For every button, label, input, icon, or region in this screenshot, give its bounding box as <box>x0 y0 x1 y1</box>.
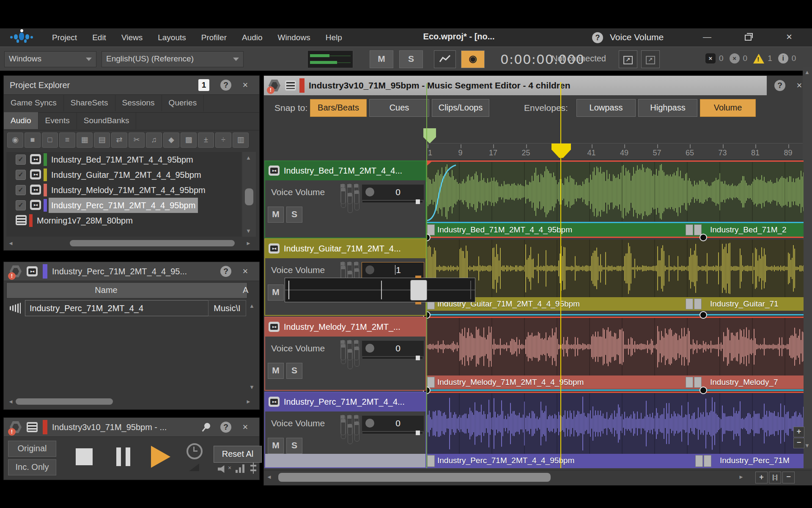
clip-handle[interactable] <box>427 377 435 388</box>
envelope-line-volume[interactable] <box>426 389 804 391</box>
voice-icon[interactable]: ◆ <box>163 133 179 148</box>
track-mute-button[interactable]: M <box>268 438 284 454</box>
track-row[interactable]: Industry_Perc_71M_2MT_4_4 Music\I <box>6 299 247 318</box>
snap-clips-loops-button[interactable]: Clips/Loops <box>432 99 489 117</box>
segment-editor-header[interactable]: ! Industry3v10_71M_95bpm - Music Segment… <box>264 76 767 95</box>
track-solo-button[interactable]: S <box>286 363 302 379</box>
help-icon[interactable]: ? <box>220 422 231 433</box>
tab-audio[interactable]: Audio <box>4 112 38 129</box>
track-header[interactable]: ▸◂ Industry_Bed_71M_2MT_4_4... Voice Vol… <box>264 160 426 238</box>
clip-label-bar[interactable]: Industry_Bed_71M_2MT_4_4_95bpm Industry_… <box>426 223 804 237</box>
clip-label-bar[interactable]: Industry_Perc_71M_2MT_4_4_95bpm Industry… <box>426 454 804 468</box>
clip-label-bar[interactable]: Industry_Guitar_71M_2MT_4_4_95bpm Indust… <box>426 297 804 311</box>
clip-name[interactable]: Industry_Guitar_71 <box>710 297 802 311</box>
tab-queries[interactable]: Queries <box>162 94 204 111</box>
include-only-button[interactable]: Inc. Only <box>8 459 56 475</box>
switch-container-icon[interactable]: ⇄ <box>111 133 127 148</box>
envelope-line-red[interactable] <box>426 317 804 318</box>
context-help-icon[interactable]: ? <box>592 32 603 43</box>
rtpc-knob-icon[interactable] <box>365 419 374 428</box>
signal-bars-icon[interactable] <box>236 464 246 473</box>
scroll-down-icon[interactable]: ▼ <box>249 384 255 390</box>
tree-hscrollbar[interactable]: ◄ ► <box>6 238 256 248</box>
restore-button[interactable] <box>739 31 756 43</box>
contents-editor-header[interactable]: ! ▸◂ Industry_Perc_71M_2MT_4_4_95... ? × <box>4 262 259 281</box>
playhead-line[interactable] <box>560 82 561 468</box>
snap-bars-beats-button[interactable]: Bars/Beats <box>310 99 367 117</box>
track-mute-button[interactable]: M <box>268 363 284 379</box>
tree-checkbox[interactable]: ✓ <box>16 200 26 210</box>
scroll-left-icon[interactable]: ◄ <box>8 240 14 246</box>
envelope-volume-button[interactable]: Volume <box>700 99 756 117</box>
envelope-node[interactable] <box>700 387 707 394</box>
track-name-field[interactable]: Industry_Perc_71M_2MT_4_4 <box>25 300 209 316</box>
rtpc-knob-icon[interactable] <box>365 344 374 353</box>
voice-volume-field[interactable]: 0 <box>362 184 424 200</box>
voice-volume-mini-handle[interactable] <box>416 431 420 435</box>
track-wave-region[interactable] <box>426 240 804 297</box>
menu-windows[interactable]: Windows <box>270 29 318 46</box>
zoom-in-vertical-button[interactable]: + <box>793 427 804 437</box>
clip-handle[interactable] <box>686 377 693 388</box>
hscroll-thumb[interactable] <box>70 240 235 246</box>
play-delayed-icon[interactable] <box>187 443 203 459</box>
envelope-line-red[interactable] <box>426 237 804 238</box>
zoom-fit-button[interactable]: |:| <box>769 472 781 483</box>
table-icon[interactable]: ▥ <box>233 133 249 148</box>
zoom-out-button[interactable]: − <box>782 472 795 483</box>
track-wave-region[interactable] <box>426 393 804 454</box>
clip-handle[interactable] <box>704 455 711 467</box>
clip-name[interactable]: Industry_Melody_7 <box>710 375 802 389</box>
bus-icon[interactable]: ▩ <box>181 133 197 148</box>
track-path-field[interactable]: Music\I <box>208 300 246 316</box>
track-solo-button[interactable]: S <box>286 207 302 223</box>
clip-handle[interactable] <box>686 298 693 309</box>
master-mute-button[interactable]: M <box>370 50 393 68</box>
tree-item[interactable]: ✓▸◂ Industry_Melody_71M_2MT_4_4_95bpm <box>6 182 241 198</box>
entry-cue-marker[interactable] <box>423 128 436 144</box>
envelope-node[interactable] <box>700 311 707 319</box>
track-wave-region[interactable] <box>426 162 804 221</box>
follow-capture-button[interactable]: ↗ <box>619 50 637 68</box>
name-column-header[interactable]: Name <box>7 283 206 297</box>
stop-button[interactable] <box>76 448 93 465</box>
grid-icon[interactable]: ▦ <box>77 133 93 148</box>
envelope-highpass-button[interactable]: Highpass <box>638 99 697 117</box>
track-mute-button[interactable]: M <box>268 284 284 301</box>
track-wave-region[interactable] <box>426 318 804 375</box>
clip-name[interactable]: Industry_Perc_71M <box>720 454 802 467</box>
transport-header[interactable]: ! Industry3v10_71M_95bpm - ... ? × <box>4 418 259 437</box>
contents-hscrollbar[interactable]: ◄ ► <box>6 397 256 407</box>
help-icon[interactable]: ? <box>774 80 785 91</box>
clip-name[interactable]: Industry_Perc_71M_2MT_4_4_95bpm <box>437 454 694 467</box>
track-title-bar[interactable]: ▸◂ Industry_Bed_71M_2MT_4_4... <box>265 161 425 180</box>
editor-vscrollbar[interactable]: ▲ ▼ <box>803 67 812 468</box>
minimize-button[interactable]: — <box>699 31 716 43</box>
mute-speaker-icon[interactable] <box>218 465 227 473</box>
scroll-down-icon[interactable]: ▼ <box>246 228 251 234</box>
voice-volume-value[interactable]: 0 <box>375 185 421 200</box>
menu-views[interactable]: Views <box>114 29 150 46</box>
layout-number-badge[interactable]: 1 <box>198 79 209 91</box>
envelope-lowpass-button[interactable]: Lowpass <box>576 99 636 117</box>
profiler-graph-button[interactable] <box>434 50 456 68</box>
tree-checkbox[interactable]: ✓ <box>16 185 26 195</box>
slider-handle[interactable] <box>410 280 427 301</box>
vscroll-thumb[interactable] <box>245 188 253 205</box>
tree-item-label[interactable]: Industry_Bed_71M_2MT_4_4_95bpm <box>49 152 196 167</box>
voice-volume-mini-handle[interactable] <box>416 199 420 204</box>
zoom-out-vertical-button[interactable]: − <box>793 438 804 448</box>
envelope-line-volume[interactable] <box>426 314 804 315</box>
clip-handle[interactable] <box>695 455 703 467</box>
voice-volume-value[interactable]: 0 <box>375 341 421 356</box>
close-icon[interactable]: × <box>239 265 252 278</box>
open-in-new-button[interactable]: ↗ <box>641 50 660 68</box>
tree-item-label[interactable]: Morning1v7_28M_80bpm <box>34 213 135 228</box>
tree-checkbox[interactable]: ✓ <box>16 170 26 180</box>
editor-hscrollbar[interactable]: ◄ ► + |:| − <box>264 470 812 485</box>
pin-icon[interactable] <box>204 423 210 429</box>
fader-icon[interactable] <box>250 463 257 474</box>
track-mute-button[interactable]: M <box>268 207 284 223</box>
reset-all-button[interactable]: Reset Al <box>214 446 262 463</box>
track-header[interactable]: ▸◂ Industry_Perc_71M_2MT_4_4... Voice Vo… <box>264 392 426 468</box>
